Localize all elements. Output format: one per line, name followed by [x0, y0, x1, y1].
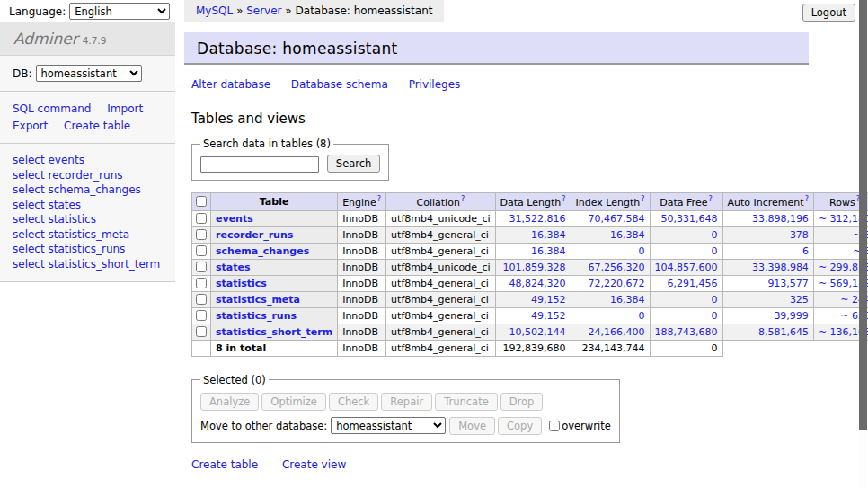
- row-checkbox-recorder-runs[interactable]: [196, 229, 207, 240]
- select-statistics-meta-link[interactable]: select statistics_meta: [13, 227, 163, 243]
- copy-button[interactable]: Copy: [498, 417, 542, 435]
- db-select[interactable]: homeassistant: [36, 65, 142, 82]
- row-checkbox-statistics[interactable]: [196, 278, 207, 288]
- overwrite-checkbox[interactable]: [549, 421, 560, 431]
- select-statistics-link[interactable]: select statistics: [13, 212, 163, 227]
- select-all-checkbox[interactable]: [196, 196, 207, 207]
- auto-increment-cell: 8,581,645: [722, 324, 813, 340]
- breadcrumb-server[interactable]: Server: [246, 4, 281, 17]
- drop-button[interactable]: Drop: [500, 393, 544, 411]
- logout-button[interactable]: Logout: [802, 4, 855, 22]
- help-icon[interactable]: ?: [461, 195, 465, 203]
- index-length-cell: 16,384: [571, 226, 650, 243]
- selected-fieldset: Selected (0) AnalyzeOptimizeCheckRepairT…: [191, 374, 620, 443]
- total-collation-cell: utf8mb4_general_ci: [386, 340, 495, 356]
- overwrite-label: overwrite: [562, 420, 611, 432]
- table-link-statistics-runs[interactable]: statistics_runs: [216, 310, 297, 322]
- help-icon[interactable]: ?: [805, 195, 809, 203]
- select-all-cell: [192, 193, 211, 211]
- search-input[interactable]: [200, 156, 319, 173]
- optimize-button[interactable]: Optimize: [261, 393, 326, 411]
- tables-body: eventsInnoDButf8mb4_unicode_ci31,522,816…: [192, 210, 868, 356]
- import-link[interactable]: Import: [107, 102, 143, 115]
- row-checkbox-states[interactable]: [196, 262, 207, 272]
- table-link-events[interactable]: events: [216, 213, 253, 225]
- help-icon[interactable]: ?: [377, 195, 381, 203]
- total-row: 8 in totalInnoDButf8mb4_general_ci192,83…: [192, 340, 868, 356]
- row-checkbox-cell: [192, 259, 211, 275]
- table-row: recorder_runsInnoDButf8mb4_general_ci16,…: [192, 226, 868, 243]
- create-table-link[interactable]: Create table: [191, 458, 258, 471]
- table-link-recorder-runs[interactable]: recorder_runs: [216, 229, 293, 241]
- select-schema-changes-link[interactable]: select schema_changes: [13, 182, 163, 198]
- tables-head-row: TableEngine?Collation?Data Length?Index …: [192, 193, 868, 211]
- db-selector-row: DB:homeassistant: [0, 56, 175, 92]
- data-length-cell: 49,152: [495, 307, 571, 324]
- table-name-cell: schema_changes: [211, 243, 338, 259]
- engine-cell: InnoDB: [338, 307, 386, 324]
- data-length-cell: 31,522,816: [495, 210, 571, 226]
- breadcrumb-mysql[interactable]: MySQL: [196, 4, 233, 17]
- sql-command-link[interactable]: SQL command: [13, 102, 91, 115]
- alter-database-link[interactable]: Alter database: [191, 78, 270, 91]
- row-checkbox-schema-changes[interactable]: [196, 245, 207, 256]
- collation-cell: utf8mb4_general_ci: [386, 226, 495, 243]
- create-view-link[interactable]: Create view: [282, 458, 346, 471]
- collation-cell: utf8mb4_general_ci: [386, 324, 495, 340]
- privileges-link[interactable]: Privileges: [409, 78, 461, 91]
- collation-cell: utf8mb4_general_ci: [386, 275, 495, 291]
- row-checkbox-events[interactable]: [196, 213, 207, 224]
- engine-cell: InnoDB: [338, 259, 386, 275]
- analyze-button[interactable]: Analyze: [200, 393, 259, 411]
- row-checkbox-statistics-runs[interactable]: [196, 310, 207, 321]
- column-header-data-free: Data Free?: [650, 193, 722, 211]
- selected-buttons: AnalyzeOptimizeCheckRepairTruncateDrop: [200, 393, 611, 411]
- index-length-cell: 24,166,400: [571, 324, 650, 340]
- select-recorder-runs-link[interactable]: select recorder_runs: [13, 168, 163, 183]
- auto-increment-cell: 39,999: [722, 307, 813, 324]
- collation-cell: utf8mb4_general_ci: [386, 243, 495, 259]
- check-button[interactable]: Check: [329, 393, 378, 411]
- breadcrumb: MySQL » Server » Database: homeassistant: [184, 0, 444, 22]
- help-icon[interactable]: ?: [708, 195, 712, 203]
- search-button[interactable]: Search: [327, 155, 381, 173]
- engine-cell: InnoDB: [338, 324, 386, 340]
- row-checkbox-statistics-short-term[interactable]: [196, 326, 207, 337]
- scrollbar-track[interactable]: [859, 0, 867, 488]
- create-table-link[interactable]: Create table: [64, 120, 130, 132]
- logo-strip: Adminer 4.7.9: [0, 22, 175, 56]
- table-link-statistics-short-term[interactable]: statistics_short_term: [216, 326, 332, 338]
- table-link-schema-changes[interactable]: schema_changes: [216, 245, 309, 257]
- breadcrumb-current: Database: homeassistant: [296, 4, 433, 17]
- table-name-cell: recorder_runs: [211, 226, 338, 243]
- scrollbar-thumb[interactable]: [859, 0, 867, 430]
- app-logo[interactable]: Adminer: [13, 30, 78, 48]
- move-buttons: MoveCopy: [449, 420, 545, 432]
- repair-button[interactable]: Repair: [381, 393, 432, 411]
- engine-cell: InnoDB: [338, 275, 386, 291]
- data-free-cell: 50,331,648: [650, 210, 722, 226]
- engine-cell: InnoDB: [338, 226, 386, 243]
- index-length-cell: 0: [571, 243, 650, 259]
- data-free-cell: 0: [650, 307, 722, 324]
- row-checkbox-cell: [192, 275, 211, 291]
- help-icon[interactable]: ?: [562, 195, 565, 203]
- truncate-button[interactable]: Truncate: [435, 393, 498, 411]
- language-select[interactable]: English: [69, 3, 170, 20]
- row-checkbox-cell: [192, 210, 211, 226]
- select-events-link[interactable]: select events: [13, 153, 163, 168]
- select-states-link[interactable]: select states: [13, 198, 163, 213]
- move-db-select[interactable]: homeassistant: [331, 417, 446, 434]
- table-link-statistics-meta[interactable]: statistics_meta: [216, 294, 300, 306]
- export-link[interactable]: Export: [13, 120, 48, 132]
- move-button[interactable]: Move: [449, 417, 495, 435]
- select-statistics-short-term-link[interactable]: select statistics_short_term: [13, 257, 163, 272]
- engine-cell: InnoDB: [338, 291, 386, 307]
- select-statistics-runs-link[interactable]: select statistics_runs: [13, 242, 163, 257]
- table-link-statistics[interactable]: statistics: [216, 278, 267, 289]
- help-icon[interactable]: ?: [641, 195, 644, 203]
- row-checkbox-statistics-meta[interactable]: [196, 294, 207, 305]
- table-link-states[interactable]: states: [216, 262, 251, 273]
- data-free-cell: 0: [650, 243, 722, 259]
- database-schema-link[interactable]: Database schema: [291, 78, 388, 91]
